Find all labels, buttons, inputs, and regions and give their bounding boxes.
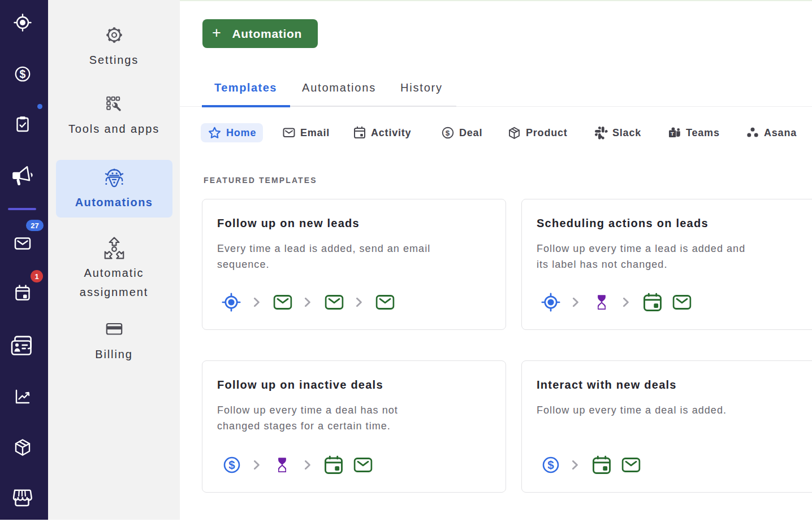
svg-text:T: T bbox=[671, 130, 675, 137]
svg-text:$: $ bbox=[446, 129, 450, 137]
svg-text:$: $ bbox=[20, 68, 26, 80]
